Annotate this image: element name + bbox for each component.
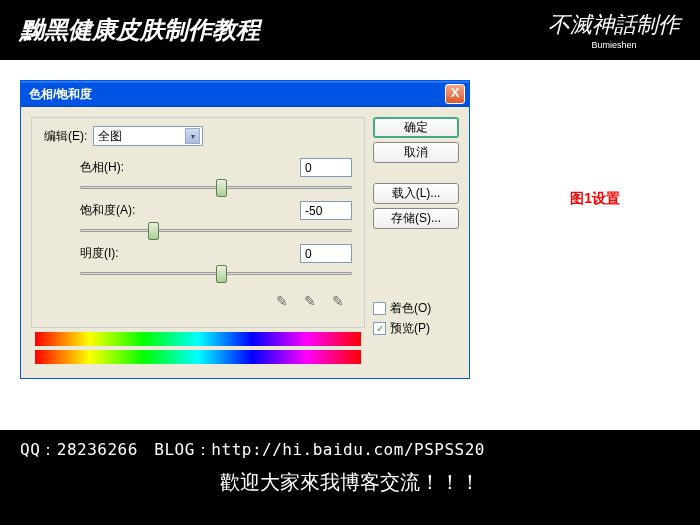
figure-annotation: 图1设置: [570, 190, 620, 208]
main-area: 色相/饱和度 X 编辑(E): 全图 ▾ 色相(H):: [0, 60, 700, 430]
cancel-button[interactable]: 取消: [373, 142, 459, 163]
preview-row[interactable]: ✓ 预览(P): [373, 320, 459, 337]
colorize-checkbox[interactable]: [373, 302, 386, 315]
edit-label: 编辑(E):: [44, 128, 87, 145]
saturation-row: 饱和度(A): -50: [80, 201, 352, 240]
contact-info: QQ：28236266 BLOG：http://hi.baidu.com/PSP…: [20, 440, 680, 461]
saturation-input[interactable]: -50: [300, 201, 352, 220]
author-logo: 不滅神話制作 Bumieshen: [548, 10, 680, 50]
controls-panel: 编辑(E): 全图 ▾ 色相(H): 0: [31, 117, 365, 368]
chevron-down-icon: ▾: [185, 128, 200, 144]
welcome-message: 歡迎大家來我博客交流！！！: [20, 469, 680, 496]
eyedropper-minus-icon[interactable]: ✎: [328, 291, 348, 311]
hue-thumb[interactable]: [216, 179, 227, 197]
spectrum-bar-bottom: [35, 350, 361, 364]
edit-dropdown-value: 全图: [98, 128, 122, 145]
save-button[interactable]: 存储(S)...: [373, 208, 459, 229]
dialog-body: 编辑(E): 全图 ▾ 色相(H): 0: [21, 107, 469, 378]
dialog-title: 色相/饱和度: [29, 86, 92, 103]
hue-saturation-dialog: 色相/饱和度 X 编辑(E): 全图 ▾ 色相(H):: [20, 80, 470, 379]
eyedropper-group: ✎ ✎ ✎: [48, 291, 348, 311]
edit-row: 编辑(E): 全图 ▾: [44, 126, 352, 146]
edit-dropdown[interactable]: 全图 ▾: [93, 126, 203, 146]
colorize-row[interactable]: 着色(O): [373, 300, 459, 317]
lightness-row: 明度(I): 0: [80, 244, 352, 283]
lightness-label: 明度(I):: [80, 245, 119, 262]
tutorial-title: 黝黑健康皮肤制作教程: [20, 14, 260, 46]
hue-row: 色相(H): 0: [80, 158, 352, 197]
logo-subtext: Bumieshen: [548, 40, 680, 50]
lightness-slider[interactable]: [80, 265, 352, 283]
eyedropper-icon[interactable]: ✎: [272, 291, 292, 311]
spectrum-bar-top: [35, 332, 361, 346]
preview-label: 预览(P): [390, 320, 430, 337]
hue-input[interactable]: 0: [300, 158, 352, 177]
close-button[interactable]: X: [445, 84, 465, 104]
lightness-input[interactable]: 0: [300, 244, 352, 263]
dialog-titlebar[interactable]: 色相/饱和度 X: [21, 81, 469, 107]
page-footer: QQ：28236266 BLOG：http://hi.baidu.com/PSP…: [0, 430, 700, 496]
lightness-thumb[interactable]: [216, 265, 227, 283]
saturation-thumb[interactable]: [148, 222, 159, 240]
page-header: 黝黑健康皮肤制作教程 不滅神話制作 Bumieshen: [0, 0, 700, 60]
load-button[interactable]: 载入(L)...: [373, 183, 459, 204]
eyedropper-plus-icon[interactable]: ✎: [300, 291, 320, 311]
hue-slider[interactable]: [80, 179, 352, 197]
logo-text: 不滅神話制作: [548, 10, 680, 40]
button-panel: 确定 取消 载入(L)... 存储(S)... 着色(O) ✓ 预览(P): [373, 117, 459, 368]
saturation-slider[interactable]: [80, 222, 352, 240]
edit-fieldset: 编辑(E): 全图 ▾ 色相(H): 0: [31, 117, 365, 328]
hue-label: 色相(H):: [80, 159, 124, 176]
preview-checkbox[interactable]: ✓: [373, 322, 386, 335]
ok-button[interactable]: 确定: [373, 117, 459, 138]
colorize-label: 着色(O): [390, 300, 431, 317]
saturation-label: 饱和度(A):: [80, 202, 135, 219]
checkbox-group: 着色(O) ✓ 预览(P): [373, 297, 459, 340]
